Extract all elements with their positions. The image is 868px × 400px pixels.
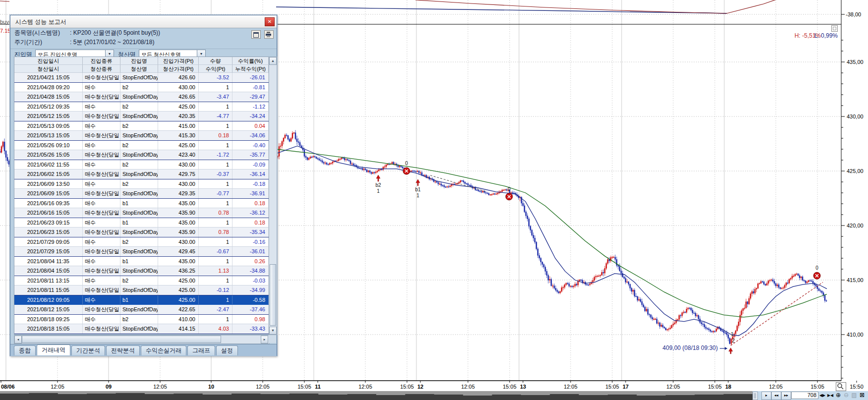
table-row[interactable]: 2021/05/26 15:05매수청산(당일StopEndOfDay423.4… <box>14 150 269 160</box>
table-cell: -3.52 <box>199 73 232 82</box>
shrink-bars-button[interactable]: ▸◂ <box>826 391 834 400</box>
trade-table-header: 진입일시진입종류진입명진입가격(Pt)수량수익률(%)청산일시청산종류청산명청산… <box>14 57 270 74</box>
table-row[interactable]: 2021/05/12 15:05매수청산(당일StopEndOfDay420.3… <box>14 112 269 121</box>
table-row[interactable]: 2021/05/26 09:10매수b2425.001-0.40 <box>14 141 269 151</box>
moving-average-lines <box>276 146 827 345</box>
table-row[interactable]: 2021/08/18 15:05매수청산(당일StopEndOfDay414.1… <box>14 324 269 334</box>
table-cell: -0.77 <box>199 189 232 198</box>
y-axis-label: 425,00 <box>847 168 864 174</box>
tab-설정[interactable]: 설정 <box>216 345 238 355</box>
tab-전략분석[interactable]: 전략분석 <box>106 345 140 355</box>
dialog-titlebar[interactable]: 시스템 성능 보고서 ✕ <box>10 15 277 28</box>
low-percent-label: L: 0,99% <box>814 32 838 39</box>
table-row[interactable]: 2021/08/04 11:35매수b1435.0010.26 <box>14 257 269 267</box>
table-cell: 426.65 <box>158 92 199 102</box>
table-row[interactable]: 2021/04/28 15:05매수청산(당일StopEndOfDay426.6… <box>14 92 269 102</box>
scroll-down-button[interactable]: ▼ <box>269 327 277 335</box>
tab-기간분석[interactable]: 기간분석 <box>71 345 105 355</box>
fast-backward-button[interactable]: ◂◂ <box>771 392 781 400</box>
table-row[interactable]: 2021/04/28 09:20매수b2430.001-0.81 <box>14 83 269 93</box>
entry-signal-label: b2 <box>375 182 381 188</box>
table-cell: 매수 <box>83 257 120 266</box>
print-button[interactable] <box>264 30 274 39</box>
vertical-scrollbar[interactable]: ▲ ▼ <box>269 57 277 335</box>
buy-arrow-icon <box>376 175 380 181</box>
table-row[interactable]: 2021/07/29 09:05매수b2430.001-0.16 <box>14 237 269 247</box>
expand-bars-button[interactable]: ◂▸ <box>818 391 826 400</box>
horizontal-scroll-thumb[interactable] <box>22 336 221 343</box>
table-row[interactable]: 2021/08/11 13:15매수b2425.001-0.03 <box>14 276 269 286</box>
chart-mode-button[interactable]: ▨ <box>850 391 858 400</box>
table-row[interactable]: 2021/06/16 15:05매수청산(당일StopEndOfDay435.9… <box>14 208 269 218</box>
magnifier-button[interactable] <box>836 382 846 391</box>
table-cell: 2021/05/12 15:05 <box>14 112 83 121</box>
table-row[interactable]: 2021/06/09 13:50매수b2430.001-0.18 <box>14 179 269 189</box>
zoom-out-button[interactable]: ⊖ <box>842 391 850 400</box>
play-forward-button[interactable]: ▸ <box>761 392 771 400</box>
table-cell: 410.00 <box>158 315 199 324</box>
table-row[interactable]: 2021/06/02 11:55매수b2430.001-0.09 <box>14 160 269 170</box>
table-cell: -35.77 <box>232 150 269 160</box>
trade-table-body: 2021/04/21 15:05매수청산(당일StopEndOfDay426.6… <box>14 73 270 335</box>
table-row[interactable]: 2021/08/12 09:05매수b1425.001-0.58 <box>14 295 269 305</box>
table-cell: StopEndOfDay <box>120 208 158 218</box>
tab-그래프[interactable]: 그래프 <box>187 345 215 355</box>
table-row[interactable]: 2021/04/21 15:05매수청산(당일StopEndOfDay426.6… <box>14 73 269 83</box>
table-row[interactable]: 2021/07/29 15:05매수청산(당일StopEndOfDay429.4… <box>14 247 269 257</box>
close-chart-button[interactable]: ⊠ <box>858 391 866 400</box>
splitter-grip[interactable] <box>752 392 758 400</box>
x-axis-label: 15:05 <box>605 384 619 390</box>
table-row[interactable]: 2021/06/23 09:15매수b1435.0010.18 <box>14 218 269 228</box>
table-row[interactable]: 2021/06/16 09:35매수b1435.0010.18 <box>14 199 269 209</box>
table-cell: 2021/05/12 09:35 <box>14 102 83 112</box>
table-cell: 매수청산(당일 <box>83 324 120 334</box>
table-cell: -0.18 <box>232 179 269 189</box>
table-cell: 매수 <box>83 315 120 324</box>
tab-거래내역[interactable]: 거래내역 <box>37 344 70 355</box>
table-row[interactable]: 2021/06/02 15:05매수청산(당일StopEndOfDay429.7… <box>14 170 269 179</box>
horizontal-scrollbar[interactable]: ◂ ▸ <box>14 335 270 344</box>
table-row[interactable]: 2021/05/12 09:35매수b2425.001-1.12 <box>14 102 269 112</box>
tab-종합[interactable]: 종합 <box>14 345 36 355</box>
fast-forward-button[interactable]: ▸▸ <box>781 392 791 400</box>
table-cell: 0.98 <box>232 315 269 324</box>
table-cell: -36.91 <box>232 189 269 198</box>
zoom-in-button[interactable]: ⊕ <box>834 391 842 400</box>
table-row[interactable]: 2021/05/13 15:05매수청산(당일StopEndOfDay415.3… <box>14 131 269 141</box>
close-button[interactable]: ✕ <box>265 17 275 26</box>
table-cell: -2.47 <box>199 305 232 314</box>
symbol-label: 종목명(시스템명) <box>14 28 70 38</box>
table-cell: 422.65 <box>158 305 199 314</box>
table-cell: -26.01 <box>232 73 269 82</box>
scroll-up-button[interactable]: ▲ <box>269 57 277 65</box>
table-cell: 430.00 <box>158 237 199 247</box>
pane-restore-icon[interactable] <box>831 25 838 32</box>
tab-수익손실거래[interactable]: 수익손실거래 <box>141 345 186 355</box>
table-cell: StopEndOfDay <box>120 228 158 237</box>
table-row[interactable]: 2021/06/23 15:05매수청산(당일StopEndOfDay435.9… <box>14 228 269 237</box>
column-header: 수익(Pt) <box>199 65 232 73</box>
table-cell: 425.00 <box>158 295 199 305</box>
table-row[interactable]: 2021/08/18 09:25매수b2410.0010.98 <box>14 315 269 325</box>
scrollbar-corner <box>269 335 276 343</box>
table-row[interactable]: 2021/08/12 15:05매수청산(당일StopEndOfDay422.6… <box>14 305 269 315</box>
popout-window-button[interactable] <box>251 30 261 39</box>
table-row[interactable]: 2021/08/04 15:05매수청산(당일StopEndOfDay436.2… <box>14 266 269 276</box>
scroll-right-button[interactable]: ▸ <box>261 336 268 343</box>
table-cell: b2 <box>120 315 158 324</box>
data-minimap[interactable] <box>0 391 752 400</box>
scroll-left-button[interactable]: ◂ <box>14 336 22 343</box>
table-cell: 2021/08/12 09:05 <box>14 295 83 305</box>
x-axis-label: 15:50 <box>850 384 864 390</box>
table-cell: 2021/07/29 09:05 <box>14 237 83 247</box>
table-row[interactable]: 2021/08/11 15:05매수청산(당일StopEndOfDay425.0… <box>14 286 269 295</box>
low-price-annotation: 409,00 (08/18 09:30) <box>663 344 727 351</box>
vertical-scroll-thumb[interactable] <box>270 264 276 326</box>
table-row[interactable]: 2021/05/13 09:05매수b2415.0010.04 <box>14 121 269 131</box>
table-row[interactable]: 2021/06/09 15:05매수청산(당일StopEndOfDay429.3… <box>14 189 269 199</box>
y-axis-label: 410,00 <box>847 332 864 338</box>
table-cell: 매수청산(당일 <box>83 266 120 276</box>
table-cell: -34.99 <box>232 286 269 295</box>
x-axis-label: 12:05 <box>358 384 372 390</box>
bar-count-input[interactable]: 708 <box>791 392 818 399</box>
